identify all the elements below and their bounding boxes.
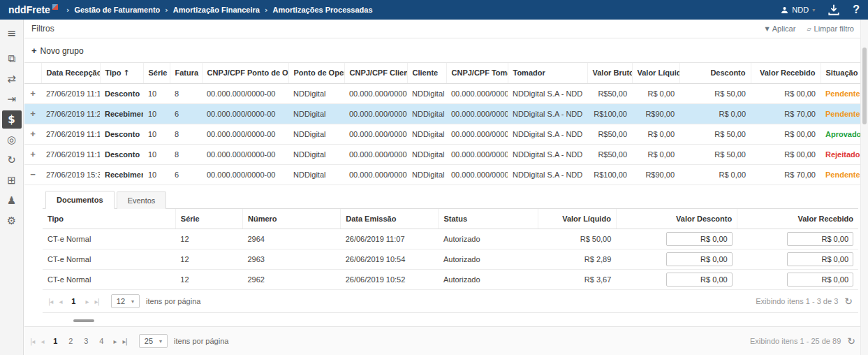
col-tomador[interactable]: Tomador <box>508 63 587 83</box>
documents-icon[interactable]: ⧉ <box>2 50 22 68</box>
col-situacao[interactable]: Situação <box>821 63 861 83</box>
table-body: + 27/06/2019 11:17 Desconto 10 8 00.000.… <box>24 83 861 184</box>
cell-data-recepcao: 27/06/2019 11:21 <box>41 103 100 124</box>
table-row[interactable]: + 27/06/2019 11:17 Desconto 10 8 00.000.… <box>24 144 861 164</box>
download-button[interactable] <box>827 3 840 16</box>
filters-title: Filtros <box>31 24 54 34</box>
col-doc-liquido[interactable]: Valor Líquido <box>538 209 616 229</box>
col-doc-desconto[interactable]: Valor Desconto <box>616 209 737 229</box>
page-number[interactable]: 2 <box>65 337 76 345</box>
settings-icon[interactable]: ⚙ <box>2 212 22 230</box>
page-number[interactable]: 1 <box>50 337 61 345</box>
cell-tipo: Desconto <box>100 83 143 103</box>
page-size-select[interactable]: 25 ▾ <box>139 334 168 348</box>
cell-fatura: 6 <box>170 164 202 184</box>
expand-toggle[interactable]: + <box>30 129 36 139</box>
col-valor-recebido[interactable]: Valor Recebido <box>751 63 821 83</box>
breadcrumb-item[interactable]: Gestão de Faturamento <box>74 6 160 14</box>
items-per-page-label: itens por página <box>146 297 200 305</box>
user-menu[interactable]: NDD ▾ <box>781 6 815 14</box>
clear-filter-button[interactable]: ▱ Limpar filtro <box>807 24 854 33</box>
page-number[interactable]: 3 <box>80 337 91 345</box>
amortizations-table: Data Recepção Tipo ↑ Série Fatura CNPJ/C… <box>24 63 861 185</box>
export-icon[interactable]: ⇥ <box>2 90 22 108</box>
valor-desconto-input[interactable] <box>666 252 733 266</box>
cell-tomador: NDDigital S.A - NDD <box>508 103 587 124</box>
valor-desconto-input[interactable] <box>666 232 733 246</box>
col-cnpj-ponto[interactable]: CNPJ/CPF Ponto de Operação <box>202 63 288 83</box>
help-button[interactable]: ? <box>853 3 860 16</box>
col-fatura[interactable]: Fatura <box>170 63 202 83</box>
amortization-icon[interactable]: ↻ <box>2 151 22 169</box>
table-row[interactable]: + 27/06/2019 11:21 Recebimento 10 6 00.0… <box>24 103 861 124</box>
billing-icon[interactable]: $ <box>2 110 22 129</box>
table-row[interactable]: − 27/06/2019 15:35 Recebimento 10 6 00.0… <box>24 164 861 184</box>
expand-toggle[interactable]: + <box>30 149 36 159</box>
expand-toggle[interactable]: + <box>30 108 36 119</box>
cell-doc-liquido: R$ 2,89 <box>538 249 616 270</box>
tab-documentos[interactable]: Documentos <box>45 191 115 209</box>
page-number[interactable]: 4 <box>96 337 107 345</box>
refresh-icon[interactable]: ↻ <box>847 335 855 347</box>
col-doc-tipo[interactable]: Tipo <box>43 209 175 229</box>
valor-desconto-input[interactable] <box>666 273 733 287</box>
vertical-scrollbar-thumb[interactable] <box>862 48 867 124</box>
col-doc-emissao[interactable]: Data Emissão <box>341 209 439 229</box>
next-page-button[interactable]: ▸ <box>113 338 116 345</box>
coin-icon[interactable]: ◎ <box>2 131 22 149</box>
cell-cnpj-tomador: 00.000.000/0000-00 <box>446 83 508 103</box>
col-data-recepcao[interactable]: Data Recepção <box>41 63 100 83</box>
tab-eventos[interactable]: Eventos <box>117 191 167 209</box>
cell-tomador: NDDigital S.A - NDD <box>508 124 587 144</box>
horizontal-scrollbar[interactable] <box>73 319 94 322</box>
col-doc-recebido[interactable]: Valor Recebido <box>737 209 858 229</box>
cell-desconto: R$ 50,00 <box>679 144 751 164</box>
users-icon[interactable]: ♟ <box>2 191 22 210</box>
col-valor-bruto[interactable]: Valor Bruto <box>587 63 632 83</box>
document-row[interactable]: CT-e Normal 12 2964 26/06/2019 11:07 Aut… <box>43 229 858 249</box>
col-serie[interactable]: Série <box>143 63 170 83</box>
first-page-button[interactable]: |◂ <box>30 338 34 345</box>
prev-page-button[interactable]: ◂ <box>59 298 61 305</box>
first-page-button[interactable]: |◂ <box>48 298 52 305</box>
page-number[interactable]: 1 <box>68 297 79 305</box>
expand-toggle[interactable]: − <box>30 169 36 180</box>
page-size-select[interactable]: 12 ▾ <box>111 294 140 308</box>
valor-recebido-input[interactable] <box>787 252 853 266</box>
breadcrumb-item[interactable]: Amortização Financeira <box>173 6 260 14</box>
col-desconto[interactable]: Desconto <box>679 63 751 83</box>
col-cnpj-tomador[interactable]: CNPJ/CPF Tomador <box>446 63 508 83</box>
new-group-button[interactable]: + Novo grupo <box>31 45 84 56</box>
col-doc-numero[interactable]: Número <box>242 209 340 229</box>
document-row[interactable]: CT-e Normal 12 2963 26/06/2019 10:54 Aut… <box>43 249 858 270</box>
col-ponto[interactable]: Ponto de Operação <box>288 63 344 83</box>
cell-doc-status: Autorizado <box>439 270 538 290</box>
document-row[interactable]: CT-e Normal 12 2962 26/06/2019 10:52 Aut… <box>43 270 858 290</box>
chevron-down-icon: ▾ <box>812 7 815 13</box>
freight-icon[interactable]: ⊞ <box>2 171 22 189</box>
col-tipo[interactable]: Tipo ↑ <box>100 63 143 83</box>
breadcrumb-item[interactable]: Amortizações Processadas <box>272 6 372 14</box>
col-cnpj-cliente[interactable]: CNPJ/CPF Cliente <box>344 63 407 83</box>
last-page-button[interactable]: ▸| <box>94 298 98 305</box>
expand-toggle[interactable]: + <box>30 88 36 99</box>
col-doc-status[interactable]: Status <box>439 209 538 229</box>
valor-recebido-input[interactable] <box>787 232 853 246</box>
table-row[interactable]: + 27/06/2019 11:17 Desconto 10 8 00.000.… <box>24 83 861 103</box>
col-valor-liquido[interactable]: Valor Líquido <box>632 63 679 83</box>
prev-page-button[interactable]: ◂ <box>41 338 43 345</box>
cell-cliente: NDDigital <box>407 83 446 103</box>
table-row[interactable]: + 27/06/2019 11:17 Desconto 10 8 00.000.… <box>24 124 861 144</box>
cell-doc-status: Autorizado <box>439 229 538 249</box>
col-cliente[interactable]: Cliente <box>407 63 446 83</box>
truck-icon[interactable]: ⇄ <box>2 70 22 88</box>
last-page-button[interactable]: ▸| <box>122 338 126 345</box>
menu-icon[interactable]: ≡ <box>2 24 22 42</box>
vertical-scrollbar[interactable] <box>860 20 868 355</box>
refresh-icon[interactable]: ↻ <box>844 296 853 307</box>
col-doc-serie[interactable]: Série <box>175 209 242 229</box>
valor-recebido-input[interactable] <box>787 273 853 287</box>
app-logo[interactable]: nddFrete <box>8 0 58 20</box>
next-page-button[interactable]: ▸ <box>85 298 88 305</box>
apply-filter-button[interactable]: ▼ Aplicar <box>765 24 796 33</box>
